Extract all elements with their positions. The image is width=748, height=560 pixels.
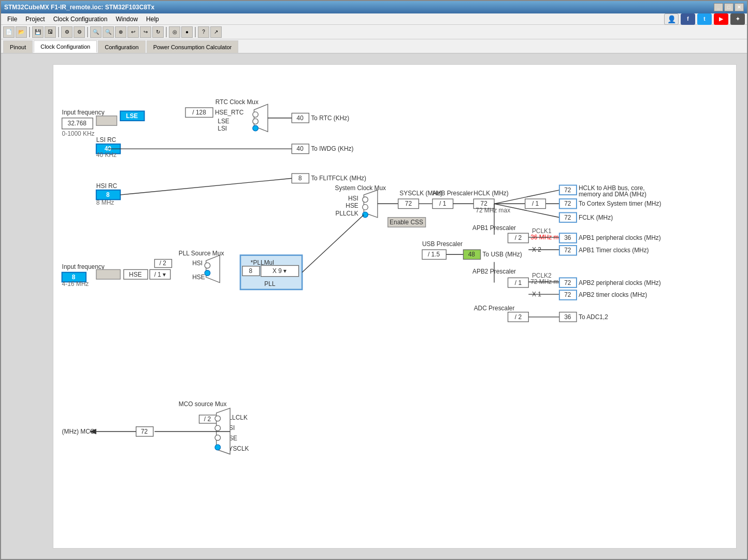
sysclk-hsi-radio[interactable] <box>363 197 368 203</box>
lsi-khz: 40 KHz <box>96 151 117 159</box>
pll-label-text: PLL <box>264 280 276 288</box>
redo-button[interactable]: ↪ <box>140 26 151 38</box>
fclk-val: 72 <box>564 214 571 221</box>
help-button[interactable]: ? <box>198 26 209 38</box>
apb2-div-val: / 1 <box>515 279 522 286</box>
mco-hsi-radio[interactable] <box>215 425 221 431</box>
zoom-in-button[interactable]: 🔍 <box>90 26 102 38</box>
to-iwdg-val: 40 <box>297 145 304 152</box>
menu-clock[interactable]: Clock Configuration <box>49 15 112 24</box>
youtube-button[interactable]: ▶ <box>714 13 728 25</box>
ahb-prescaler-val: / 1 <box>439 200 447 207</box>
main-window: STM32CubeMX F1-IR_remote.ioc: STM32F103C… <box>0 0 748 560</box>
enable-css-label: Enable CSS <box>390 219 423 226</box>
asterisk-button[interactable]: ✦ <box>730 13 745 25</box>
window-title: STM32CubeMX F1-IR_remote.ioc: STM32F103C… <box>4 4 154 11</box>
tab-clock-config[interactable]: Clock Configuration <box>34 40 97 53</box>
hclk-label: HCLK (MHz) <box>473 190 509 197</box>
cortex-label: To Cortex System timer (MHz) <box>579 200 661 207</box>
maximize-button[interactable]: □ <box>724 3 733 11</box>
save-button[interactable]: 💾 <box>32 26 44 38</box>
to-rtc-label: To RTC (KHz) <box>311 114 349 122</box>
hsi-val: 8 <box>106 191 110 198</box>
window-controls: _ □ ✕ <box>714 3 744 11</box>
info-button[interactable]: ↗ <box>210 26 222 38</box>
mco-val: 72 <box>141 428 148 435</box>
mco-output-label: (MHz) MCO <box>62 428 95 435</box>
rtc-mux-radio2[interactable] <box>253 119 258 124</box>
mco-hse-radio[interactable] <box>215 435 221 441</box>
hse-mux-label: HSE <box>346 202 358 209</box>
pll-val: 8 <box>249 267 253 275</box>
target-button[interactable]: ◎ <box>169 26 180 38</box>
cortex-val: 72 <box>564 200 571 207</box>
tab-pinout[interactable]: Pinout <box>3 40 33 53</box>
toolbar: 📄 📂 💾 🖫 ⚙ ⚙ 🔍 🔍 ⊕ ↩ ↪ ↻ ◎ ● ? ↗ <box>1 25 747 39</box>
generate-button[interactable]: ⚙ <box>61 26 73 38</box>
adc-label: To ADC1,2 <box>579 313 608 321</box>
close-button[interactable]: ✕ <box>735 3 744 11</box>
main-content: Input frequency 32.768 0-1000 KHz LSE LS… <box>1 54 747 559</box>
clock-diagram-svg: Input frequency 32.768 0-1000 KHz LSE LS… <box>59 70 731 550</box>
pll-hse-radio[interactable] <box>205 270 210 276</box>
lse-line-label: LSE <box>218 118 229 125</box>
open-button[interactable]: 📂 <box>16 26 27 38</box>
menu-file[interactable]: File <box>3 15 21 24</box>
minimize-button[interactable]: _ <box>714 3 723 11</box>
lse-mux-box <box>96 116 117 126</box>
hsi-pll-div2: / 2 <box>160 260 167 267</box>
user-icon: 👤 <box>664 13 679 25</box>
sysclk-hse-radio[interactable] <box>363 205 368 210</box>
zoom-out-button[interactable]: 🔍 <box>103 26 114 38</box>
undo-button[interactable]: ↩ <box>127 26 139 38</box>
rtc-mux-radio3[interactable] <box>253 125 258 131</box>
menu-help[interactable]: Help <box>142 15 163 24</box>
title-bar: STM32CubeMX F1-IR_remote.ioc: STM32F103C… <box>1 1 747 13</box>
to-flitfclk-label: To FLITFCLK (MHz) <box>311 175 366 182</box>
tab-power-calc[interactable]: Power Consumption Calculator <box>147 40 239 53</box>
pll-src-mux-shape <box>206 255 220 283</box>
input-freq-bot-val: 8 <box>72 274 76 281</box>
twitter-button[interactable]: t <box>697 13 712 25</box>
ahb-prescaler-label: AHB Prescaler <box>433 190 473 197</box>
mco-pllclk-radio[interactable] <box>215 416 221 422</box>
sep1 <box>29 27 30 37</box>
adc-div-val: / 2 <box>515 313 522 321</box>
input-freq-top-val: 32.768 <box>68 120 87 127</box>
menu-bar: File Project Clock Configuration Window … <box>1 13 747 25</box>
lse-label: LSE <box>126 112 138 120</box>
sysclk-pllclk-radio[interactable] <box>363 212 368 218</box>
sep2 <box>58 27 59 37</box>
tab-bar: Pinout Clock Configuration Configuration… <box>1 39 747 54</box>
hse-pll-label: HSE <box>192 274 205 281</box>
hse-rtc-label: HSE_RTC <box>215 109 244 116</box>
hsi-rc-label: HSI RC <box>96 182 118 190</box>
hsi-mux-label: HSI <box>348 195 358 202</box>
adc-val: 36 <box>564 313 571 321</box>
circle-button[interactable]: ● <box>181 26 193 38</box>
saveas-button[interactable]: 🖫 <box>45 26 56 38</box>
tab-configuration[interactable]: Configuration <box>98 40 145 53</box>
rtc-mux-radio1[interactable] <box>253 112 258 118</box>
generate2-button[interactable]: ⚙ <box>74 26 85 38</box>
pll-hsi-radio[interactable] <box>205 263 210 268</box>
fclk-label: FCLK (MHz) <box>579 214 613 221</box>
hsi-pll-label: HSI <box>192 260 203 267</box>
zoom-fit-button[interactable]: ⊕ <box>115 26 126 38</box>
to-flitfclk-val: 8 <box>298 175 302 182</box>
new-button[interactable]: 📄 <box>3 26 15 38</box>
hclk-max: 72 MHz max <box>476 207 510 214</box>
facebook-button[interactable]: f <box>681 13 695 25</box>
refresh-button[interactable]: ↻ <box>152 26 164 38</box>
menu-window[interactable]: Window <box>111 15 142 24</box>
apb1-timer-label: APB1 Timer clocks (MHz) <box>579 247 649 254</box>
hclk-ahb-label2: memory and DMA (MHz) <box>579 191 646 198</box>
mco-div2-label: / 2 <box>204 415 211 423</box>
menu-project[interactable]: Project <box>21 15 49 24</box>
hse-bot-label: HSE <box>129 271 142 278</box>
apb2-prescaler-label: APB2 Prescaler <box>472 268 516 275</box>
input-freq-bot-range: 4-16 MHz <box>62 280 89 288</box>
mco-sysclk-radio[interactable] <box>215 444 221 450</box>
sysclk-val: 72 <box>405 200 412 207</box>
hse-div128-text: / 128 <box>192 109 206 116</box>
